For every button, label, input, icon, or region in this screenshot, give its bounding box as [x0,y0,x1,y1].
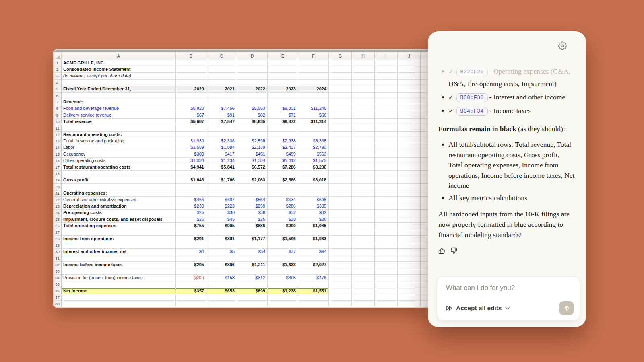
cell-I5[interactable] [375,86,398,93]
cell-G37[interactable] [329,294,352,301]
cell-B23[interactable]: $239 [176,203,206,210]
cell-B4[interactable] [176,80,206,86]
row-header-12[interactable]: 12 [54,132,62,138]
cell-D7[interactable] [237,99,268,105]
cell-D25[interactable]: $25 [237,216,268,223]
cell-G10[interactable] [329,119,352,125]
cell-I14[interactable] [375,144,398,151]
cell-D38[interactable] [237,301,268,307]
cell-H27[interactable] [352,229,375,236]
column-header-I[interactable]: I [375,52,398,60]
cell-C15[interactable]: $417 [206,151,237,158]
cell-E18[interactable] [268,171,298,177]
row-header-10[interactable]: 10 [54,119,62,125]
cell-H34[interactable] [352,275,375,281]
row-header-13[interactable]: 13 [54,138,62,144]
cell-J17[interactable] [398,164,421,171]
cell-A12[interactable]: Restaurant operating costs: [62,132,176,138]
cell-E9[interactable]: $71 [268,112,298,119]
cell-G25[interactable] [329,216,352,223]
cell-A34[interactable]: Provision for (benefit from) income taxe… [62,275,176,281]
cell-I13[interactable] [375,138,398,144]
thumbs-down-icon[interactable] [450,247,457,254]
cell-G28[interactable] [329,236,352,242]
cell-C6[interactable] [206,93,237,99]
cell-I21[interactable] [375,190,398,197]
cell-B12[interactable] [176,132,206,138]
cell-D2[interactable] [237,66,268,73]
cell-G35[interactable] [329,281,352,288]
cell-B28[interactable]: $291 [176,236,206,242]
cell-D28[interactable]: $1,177 [237,236,268,242]
cell-A33[interactable] [62,268,176,275]
cell-H1[interactable] [352,60,375,66]
cell-J38[interactable] [398,301,421,307]
cell-D37[interactable] [237,294,268,301]
cell-I4[interactable] [375,80,398,86]
cell-J16[interactable] [398,158,421,164]
cell-A8[interactable]: Food and beverage revenue [62,105,176,112]
cell-I34[interactable] [375,275,398,281]
cell-A32[interactable]: Income before income taxes [62,262,176,268]
cell-I26[interactable] [375,223,398,229]
cell-C35[interactable] [206,281,237,288]
cell-H37[interactable] [352,294,375,301]
cell-G38[interactable] [329,301,352,307]
cell-I36[interactable] [375,288,398,294]
row-header-31[interactable]: 31 [54,255,62,262]
row-header-7[interactable]: 7 [54,99,62,105]
cell-B30[interactable]: $4 [176,249,206,255]
cell-E4[interactable] [268,80,298,86]
cell-F15[interactable]: $563 [298,151,329,158]
cell-I1[interactable] [375,60,398,66]
cell-E14[interactable]: $2,437 [268,144,298,151]
cell-H33[interactable] [352,268,375,275]
cell-F33[interactable] [298,268,329,275]
cell-J23[interactable] [398,203,421,210]
cell-D5[interactable]: 2022 [237,86,268,93]
cell-I33[interactable] [375,268,398,275]
row-header-27[interactable]: 27 [54,229,62,236]
cell-F4[interactable] [298,80,329,86]
cell-F27[interactable] [298,229,329,236]
cell-E3[interactable] [268,73,298,79]
row-header-25[interactable]: 25 [54,216,62,223]
cell-E16[interactable]: $1,412 [268,158,298,164]
cell-B15[interactable]: $388 [176,151,206,158]
cell-G26[interactable] [329,223,352,229]
cell-F30[interactable]: $94 [298,249,329,255]
row-header-23[interactable]: 23 [54,203,62,210]
row-header-15[interactable]: 15 [54,151,62,158]
cell-I6[interactable] [375,93,398,99]
row-header-16[interactable]: 16 [54,158,62,164]
cell-I32[interactable] [375,262,398,268]
cell-J5[interactable] [398,86,421,93]
cell-J33[interactable] [398,268,421,275]
cell-G12[interactable] [329,132,352,138]
cell-A21[interactable]: Operating expenses: [62,190,176,197]
cell-D36[interactable]: $899 [237,288,268,294]
cell-F5[interactable]: 2024 [298,86,329,93]
cell-E11[interactable] [268,125,298,132]
cell-D8[interactable]: $8,553 [237,105,268,112]
cell-D31[interactable] [237,255,268,262]
row-header-4[interactable]: 4 [54,80,62,86]
cell-B3[interactable] [176,73,206,79]
cell-I3[interactable] [375,73,398,79]
cell-I28[interactable] [375,236,398,242]
cell-F22[interactable]: $698 [298,197,329,203]
cell-B34[interactable]: ($62) [176,275,206,281]
cell-G32[interactable] [329,262,352,268]
cell-F6[interactable] [298,93,329,99]
cell-H26[interactable] [352,223,375,229]
cell-E7[interactable] [268,99,298,105]
cell-A35[interactable] [62,281,176,288]
cell-G23[interactable] [329,203,352,210]
cell-J24[interactable] [398,210,421,216]
cell-A38[interactable] [62,301,176,307]
cell-I18[interactable] [375,171,398,177]
cell-I17[interactable] [375,164,398,171]
cell-A25[interactable]: Impairment, closure costs, and asset dis… [62,216,176,223]
row-header-38[interactable]: 38 [54,301,62,307]
cell-C22[interactable]: $607 [206,197,237,203]
